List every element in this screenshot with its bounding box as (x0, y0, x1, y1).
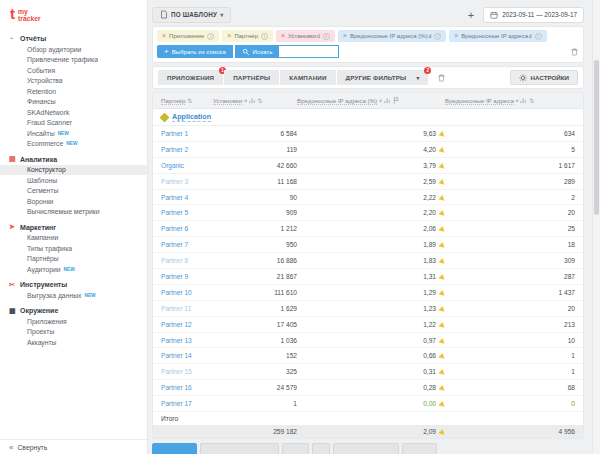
partner-link[interactable]: Partner 3 (161, 178, 213, 185)
sidebar-item[interactable]: Партнёры (0, 254, 147, 265)
sort-icon[interactable]: ⇅ (529, 97, 534, 104)
sidebar-item[interactable]: Приложения (0, 316, 147, 327)
date-range-picker[interactable]: 2023-09-11 — 2023-09-17 (483, 7, 584, 23)
close-icon[interactable]: × (227, 33, 231, 39)
filter-tab-label: ПАРТНЁРЫ (233, 74, 270, 81)
partner-link[interactable]: Partner 17 (161, 400, 213, 407)
partner-link[interactable]: Organic (161, 162, 213, 169)
sidebar-item[interactable]: Fraud Scanner (0, 118, 147, 129)
table-row: Partner 12 17 405 1,22 213 (153, 317, 583, 333)
sidebar-item[interactable]: Привлечение трафика (0, 55, 147, 66)
sidebar-item[interactable]: Аккаунты (0, 337, 147, 348)
search-input[interactable] (279, 45, 339, 58)
bottom-toolbar-button[interactable] (200, 443, 279, 454)
partner-link[interactable]: Partner 5 (161, 209, 213, 216)
sidebar-item[interactable]: Аудитории new (0, 264, 147, 275)
chevron-down-icon: ▾ (416, 75, 419, 81)
malicious-ip-pct-cell: 0,31 (297, 368, 445, 375)
mytracker-logo[interactable]: t my tracker (0, 0, 147, 27)
bottom-toolbar-button[interactable] (312, 443, 330, 454)
sidebar-item[interactable]: Ecommerce new (0, 139, 147, 150)
filter-tab[interactable]: ДРУГИЕ ФИЛЬТРЫ ▾ 2 (337, 70, 429, 85)
sidebar-item[interactable]: Инструменты (0, 280, 147, 291)
sidebar-item[interactable]: Устройства (0, 76, 147, 87)
sidebar-item[interactable]: Кампании (0, 233, 147, 244)
settings-button[interactable]: НАСТРОЙКИ (510, 70, 578, 85)
sidebar-item[interactable]: События (0, 65, 147, 76)
filter-tab[interactable]: КАМПАНИИ (280, 70, 335, 85)
sidebar-item[interactable]: Конструктор (0, 165, 147, 176)
partner-link[interactable]: Partner 10 (161, 289, 213, 296)
installs-value: 90 (213, 194, 297, 201)
partner-link[interactable]: Partner 15 (161, 368, 213, 375)
partner-link[interactable]: Partner 1 (161, 130, 213, 137)
filter-chip[interactable]: × Установки d i (276, 30, 335, 42)
sidebar-item[interactable]: Обзор аудитории (0, 44, 147, 55)
sidebar-item[interactable]: Сегменты (0, 186, 147, 197)
filter-chip[interactable]: × Вредоносные IP адреса (%) d i (338, 30, 446, 42)
sidebar-item[interactable]: Инсайты new (0, 128, 147, 139)
search-button[interactable]: Искать (235, 45, 280, 58)
collapse-sidebar-button[interactable]: « Свернуть (0, 439, 147, 454)
filter-tab[interactable]: ПРИЛОЖЕНИЯ 1 (158, 70, 223, 85)
sidebar-item[interactable]: Типы трафика (0, 243, 147, 254)
select-from-list-button[interactable]: + Выбрать из списка (157, 45, 233, 58)
sidebar-item[interactable]: Отчёты (0, 34, 147, 45)
partner-link[interactable]: Partner 11 (161, 305, 213, 312)
sidebar-item[interactable]: SKAdNetwork (0, 107, 147, 118)
sidebar-item[interactable]: Шаблоны (0, 175, 147, 186)
sidebar-item[interactable]: Проекты (0, 327, 147, 338)
bottom-toolbar-button[interactable] (402, 443, 437, 454)
sidebar-item[interactable]: Финансы (0, 97, 147, 108)
filter-chip[interactable]: × Партнёр i (222, 30, 273, 42)
filter-tab[interactable]: ПАРТНЁРЫ (224, 70, 279, 85)
malicious-ip-value: 20 (445, 209, 575, 216)
vertical-scrollbar[interactable] (592, 0, 600, 454)
partner-link[interactable]: Partner 14 (161, 352, 213, 359)
total-pct-cell: 2,09 (297, 428, 445, 435)
sort-icon[interactable]: ⇅ (258, 97, 263, 104)
scrollbar-thumb[interactable] (594, 60, 599, 215)
sidebar-item[interactable]: Выгрузка данных new (0, 290, 147, 301)
sidebar-item[interactable]: Окружение (0, 306, 147, 317)
close-icon[interactable]: × (343, 33, 347, 39)
sidebar-item[interactable]: Вычисляемые метрики (0, 207, 147, 218)
bottom-toolbar (152, 443, 437, 454)
close-icon[interactable]: × (162, 33, 166, 39)
sidebar-item[interactable]: Retention (0, 86, 147, 97)
trash-icon[interactable] (570, 47, 579, 56)
warning-icon (438, 146, 445, 152)
partner-link[interactable]: Partner 7 (161, 241, 213, 248)
logo-icon: t (10, 7, 15, 20)
partner-link[interactable]: Partner 6 (161, 225, 213, 232)
sidebar-item[interactable]: Воронки (0, 196, 147, 207)
by-template-button[interactable]: ПО ШАБЛОНУ ▾ (152, 7, 231, 23)
malicious-ip-value: 20 (445, 305, 575, 312)
malicious-ip-pct-cell: 2,22 (297, 194, 445, 201)
filter-chip[interactable]: × Приложение i (157, 30, 219, 42)
filter-chip[interactable]: × Вредоносные IP адреса d i (449, 30, 546, 42)
column-header-malicious-ip-pct[interactable]: Вредоносные IP адреса (%) d (297, 97, 445, 105)
bottom-toolbar-button[interactable] (152, 443, 197, 454)
partner-link[interactable]: Partner 12 (161, 321, 213, 328)
table-row: Partner 13 1 036 0,97 10 (153, 333, 583, 349)
column-header-malicious-ip[interactable]: Вредоносные IP адреса d ⇅ (445, 97, 575, 105)
close-icon[interactable]: × (281, 33, 285, 39)
application-group-link[interactable]: Application (172, 112, 211, 122)
partner-link[interactable]: Partner 8 (161, 257, 213, 264)
partner-link[interactable]: Partner 4 (161, 194, 213, 201)
sort-icon[interactable]: ⇅ (187, 97, 192, 104)
column-header-installs[interactable]: Установки d ⇅ (213, 97, 297, 105)
partner-link[interactable]: Partner 16 (161, 384, 213, 391)
bottom-toolbar-button[interactable] (282, 443, 309, 454)
column-header-partner[interactable]: Партнёр ⇅ (161, 97, 213, 105)
partner-link[interactable]: Partner 13 (161, 337, 213, 344)
partner-link[interactable]: Partner 9 (161, 273, 213, 280)
close-icon[interactable]: × (454, 33, 458, 39)
trash-icon[interactable] (437, 73, 446, 82)
add-widget-button[interactable]: + (468, 10, 474, 20)
partner-link[interactable]: Partner 2 (161, 146, 213, 153)
sidebar-item[interactable]: Маркетинг (0, 222, 147, 233)
sidebar-item[interactable]: Аналитика (0, 154, 147, 165)
bottom-toolbar-button[interactable] (333, 443, 399, 454)
